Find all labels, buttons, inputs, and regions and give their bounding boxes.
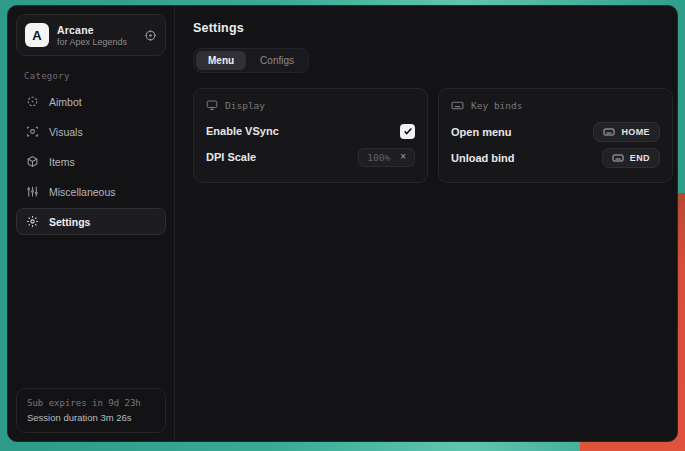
display-card-header: Display <box>206 99 415 111</box>
keybinds-card-header: Key binds <box>451 99 660 112</box>
app-meta: Arcane for Apex Legends <box>57 24 127 47</box>
clear-icon[interactable]: × <box>400 152 406 162</box>
open-menu-label: Open menu <box>451 126 512 138</box>
monitor-icon <box>206 99 218 111</box>
dpi-value: 100% <box>367 152 390 163</box>
vsync-checkbox[interactable] <box>400 124 415 139</box>
sidebar-item-aimbot[interactable]: Aimbot <box>16 88 166 115</box>
display-card: Display Enable VSync DPI Scale <box>193 88 428 183</box>
sidebar-item-miscellaneous[interactable]: Miscellaneous <box>16 178 166 205</box>
app-logo: A <box>25 23 49 47</box>
game-backdrop: A Arcane for Apex Legends Category <box>0 0 685 451</box>
settings-cards: Display Enable VSync DPI Scale <box>193 88 673 183</box>
sidebar-item-label: Settings <box>49 216 90 228</box>
category-label: Category <box>24 71 158 81</box>
category-nav: Aimbot Visuals I <box>16 88 166 235</box>
keybinds-card: Key binds Open menu HOME <box>438 88 673 183</box>
gear-icon <box>26 215 39 228</box>
dpi-label: DPI Scale <box>206 151 256 163</box>
page-title: Settings <box>193 21 673 35</box>
sidebar-item-settings[interactable]: Settings <box>16 208 166 235</box>
arcane-window: A Arcane for Apex Legends Category <box>7 5 678 442</box>
sidebar-item-visuals[interactable]: Visuals <box>16 118 166 145</box>
subscription-info-card: Sub expires in 9d 23h Session duration 3… <box>16 388 166 433</box>
keyboard-icon <box>612 152 624 164</box>
unload-keybind-button[interactable]: END <box>602 148 660 168</box>
vsync-row: Enable VSync <box>206 119 415 143</box>
sub-expiry-text: Sub expires in 9d 23h <box>27 398 155 408</box>
unload-bind-label: Unload bind <box>451 152 515 164</box>
display-card-title: Display <box>225 100 265 111</box>
open-menu-row: Open menu HOME <box>451 120 660 144</box>
app-name: Arcane <box>57 24 127 36</box>
sidebar-item-label: Aimbot <box>49 96 82 108</box>
tab-menu[interactable]: Menu <box>196 51 246 70</box>
crosshair-icon <box>26 95 39 108</box>
sidebar-item-items[interactable]: Items <box>16 148 166 175</box>
sidebar: A Arcane for Apex Legends Category <box>8 6 175 441</box>
tab-bar: Menu Configs <box>193 48 309 73</box>
keybinds-card-title: Key binds <box>471 100 522 111</box>
target-icon[interactable] <box>144 29 157 42</box>
sidebar-item-label: Items <box>49 156 75 168</box>
unload-bind-row: Unload bind END <box>451 146 660 170</box>
keyboard-icon <box>451 99 464 112</box>
dpi-row: DPI Scale 100% × <box>206 145 415 169</box>
main-panel: Settings Menu Configs Display <box>175 6 678 441</box>
vsync-label: Enable VSync <box>206 125 279 137</box>
keybind-value: END <box>630 153 650 163</box>
session-duration-text: Session duration 3m 26s <box>27 412 155 423</box>
tab-configs[interactable]: Configs <box>248 51 306 70</box>
eye-icon <box>26 125 39 138</box>
keybind-value: HOME <box>621 127 650 137</box>
keyboard-icon <box>603 126 615 138</box>
app-header-card: A Arcane for Apex Legends <box>16 14 166 56</box>
app-subtitle: for Apex Legends <box>57 37 127 47</box>
sliders-icon <box>26 185 39 198</box>
cube-icon <box>26 155 39 168</box>
dpi-scale-input[interactable]: 100% × <box>358 148 415 167</box>
open-menu-keybind-button[interactable]: HOME <box>593 122 660 142</box>
sidebar-item-label: Visuals <box>49 126 83 138</box>
sidebar-item-label: Miscellaneous <box>49 186 116 198</box>
